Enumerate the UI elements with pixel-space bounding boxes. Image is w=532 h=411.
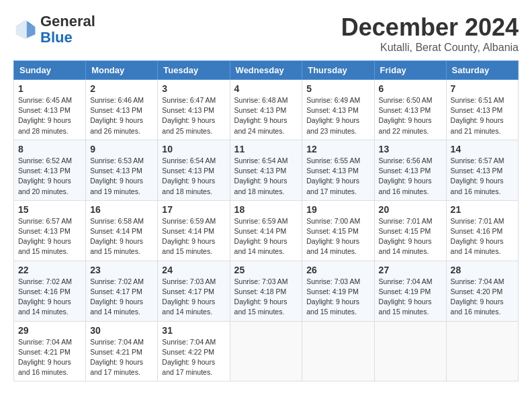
day-info: Sunrise: 7:04 AM Sunset: 4:19 PM Dayligh… bbox=[379, 277, 442, 318]
page-header: General Blue December 2024 Kutalli, Bera… bbox=[13, 13, 519, 54]
day-number: 18 bbox=[234, 204, 298, 215]
day-info: Sunrise: 6:54 AM Sunset: 4:13 PM Dayligh… bbox=[234, 156, 298, 197]
sunrise-label: Sunrise: 6:52 AM bbox=[18, 156, 72, 165]
daylight-label: Daylight: 9 hours and 20 minutes. bbox=[18, 177, 71, 195]
calendar-cell: 15 Sunrise: 6:57 AM Sunset: 4:13 PM Dayl… bbox=[14, 200, 86, 261]
calendar-cell: 17 Sunrise: 6:59 AM Sunset: 4:14 PM Dayl… bbox=[158, 200, 230, 261]
day-number: 22 bbox=[18, 265, 81, 275]
daylight-label: Daylight: 9 hours and 15 minutes. bbox=[234, 298, 287, 316]
day-number: 12 bbox=[306, 144, 369, 154]
logo: General Blue bbox=[13, 13, 95, 46]
sunset-label: Sunset: 4:13 PM bbox=[234, 106, 287, 114]
calendar-cell bbox=[446, 321, 518, 381]
logo-general-text: General bbox=[40, 13, 95, 30]
day-number: 15 bbox=[18, 204, 81, 215]
sunrise-label: Sunrise: 7:01 AM bbox=[379, 217, 433, 225]
calendar-cell: 21 Sunrise: 7:01 AM Sunset: 4:16 PM Dayl… bbox=[446, 200, 518, 261]
daylight-label: Daylight: 9 hours and 14 minutes. bbox=[234, 237, 287, 255]
sunset-label: Sunset: 4:13 PM bbox=[451, 106, 503, 114]
day-info: Sunrise: 6:56 AM Sunset: 4:13 PM Dayligh… bbox=[379, 156, 442, 197]
daylight-label: Daylight: 9 hours and 17 minutes. bbox=[162, 358, 215, 376]
sunset-label: Sunset: 4:13 PM bbox=[162, 106, 214, 114]
daylight-label: Daylight: 9 hours and 23 minutes. bbox=[306, 116, 359, 134]
day-number: 13 bbox=[379, 144, 442, 154]
calendar-week-5: 29 Sunrise: 7:04 AM Sunset: 4:21 PM Dayl… bbox=[14, 321, 519, 381]
sunrise-label: Sunrise: 7:04 AM bbox=[18, 338, 72, 346]
day-info: Sunrise: 6:58 AM Sunset: 4:14 PM Dayligh… bbox=[90, 216, 153, 257]
sunset-label: Sunset: 4:16 PM bbox=[18, 287, 71, 295]
sunrise-label: Sunrise: 6:57 AM bbox=[451, 156, 504, 165]
sunrise-label: Sunrise: 6:55 AM bbox=[306, 156, 360, 165]
day-number: 9 bbox=[90, 144, 153, 154]
calendar-cell: 22 Sunrise: 7:02 AM Sunset: 4:16 PM Dayl… bbox=[14, 261, 86, 321]
day-number: 16 bbox=[90, 204, 153, 215]
sunrise-label: Sunrise: 7:00 AM bbox=[306, 217, 360, 225]
daylight-label: Daylight: 9 hours and 15 minutes. bbox=[90, 237, 143, 255]
sunrise-label: Sunrise: 6:59 AM bbox=[162, 217, 216, 225]
day-info: Sunrise: 6:59 AM Sunset: 4:14 PM Dayligh… bbox=[162, 216, 225, 257]
sunset-label: Sunset: 4:17 PM bbox=[162, 287, 214, 295]
day-info: Sunrise: 7:03 AM Sunset: 4:18 PM Dayligh… bbox=[234, 277, 298, 318]
sunrise-label: Sunrise: 7:02 AM bbox=[18, 277, 72, 285]
sunset-label: Sunset: 4:13 PM bbox=[234, 167, 287, 175]
calendar-cell: 30 Sunrise: 7:04 AM Sunset: 4:21 PM Dayl… bbox=[86, 321, 158, 381]
daylight-label: Daylight: 9 hours and 14 minutes. bbox=[451, 237, 504, 255]
day-info: Sunrise: 6:52 AM Sunset: 4:13 PM Dayligh… bbox=[18, 156, 81, 197]
sunrise-label: Sunrise: 6:56 AM bbox=[379, 156, 433, 165]
calendar-cell: 11 Sunrise: 6:54 AM Sunset: 4:13 PM Dayl… bbox=[230, 140, 302, 200]
day-info: Sunrise: 7:00 AM Sunset: 4:15 PM Dayligh… bbox=[306, 216, 369, 257]
sunset-label: Sunset: 4:13 PM bbox=[379, 106, 431, 114]
title-block: December 2024 Kutalli, Berat County, Alb… bbox=[341, 13, 519, 54]
daylight-label: Daylight: 9 hours and 15 minutes. bbox=[379, 298, 432, 316]
calendar-week-4: 22 Sunrise: 7:02 AM Sunset: 4:16 PM Dayl… bbox=[14, 261, 519, 321]
sunrise-label: Sunrise: 6:53 AM bbox=[90, 156, 144, 165]
daylight-label: Daylight: 9 hours and 26 minutes. bbox=[90, 116, 143, 134]
day-info: Sunrise: 7:02 AM Sunset: 4:17 PM Dayligh… bbox=[90, 277, 153, 318]
sunset-label: Sunset: 4:19 PM bbox=[306, 287, 359, 295]
calendar-cell: 6 Sunrise: 6:50 AM Sunset: 4:13 PM Dayli… bbox=[374, 80, 446, 140]
day-number: 11 bbox=[234, 144, 298, 154]
day-number: 10 bbox=[162, 144, 225, 154]
day-number: 14 bbox=[451, 144, 514, 154]
sunset-label: Sunset: 4:21 PM bbox=[18, 348, 71, 356]
daylight-label: Daylight: 9 hours and 16 minutes. bbox=[451, 177, 504, 195]
sunrise-label: Sunrise: 6:59 AM bbox=[234, 217, 288, 225]
sunset-label: Sunset: 4:13 PM bbox=[379, 167, 431, 175]
sunrise-label: Sunrise: 6:58 AM bbox=[90, 217, 144, 225]
sunset-label: Sunset: 4:14 PM bbox=[234, 227, 287, 235]
calendar-cell bbox=[302, 321, 374, 381]
sunrise-label: Sunrise: 7:02 AM bbox=[90, 277, 144, 285]
daylight-label: Daylight: 9 hours and 14 minutes. bbox=[379, 237, 432, 255]
daylight-label: Daylight: 9 hours and 18 minutes. bbox=[162, 177, 215, 195]
calendar-week-1: 1 Sunrise: 6:45 AM Sunset: 4:13 PM Dayli… bbox=[14, 80, 519, 140]
calendar-cell: 24 Sunrise: 7:03 AM Sunset: 4:17 PM Dayl… bbox=[158, 261, 230, 321]
day-number: 6 bbox=[379, 83, 442, 94]
calendar-cell: 8 Sunrise: 6:52 AM Sunset: 4:13 PM Dayli… bbox=[14, 140, 86, 200]
sunset-label: Sunset: 4:13 PM bbox=[18, 167, 71, 175]
calendar-cell: 7 Sunrise: 6:51 AM Sunset: 4:13 PM Dayli… bbox=[446, 80, 518, 140]
daylight-label: Daylight: 9 hours and 14 minutes. bbox=[18, 298, 71, 316]
sunset-label: Sunset: 4:15 PM bbox=[379, 227, 431, 235]
day-number: 8 bbox=[18, 144, 81, 154]
day-info: Sunrise: 6:54 AM Sunset: 4:13 PM Dayligh… bbox=[162, 156, 225, 197]
calendar-cell: 1 Sunrise: 6:45 AM Sunset: 4:13 PM Dayli… bbox=[14, 80, 86, 140]
calendar-cell: 2 Sunrise: 6:46 AM Sunset: 4:13 PM Dayli… bbox=[86, 80, 158, 140]
day-info: Sunrise: 6:55 AM Sunset: 4:13 PM Dayligh… bbox=[306, 156, 369, 197]
sunset-label: Sunset: 4:20 PM bbox=[451, 287, 503, 295]
sunset-label: Sunset: 4:21 PM bbox=[90, 348, 142, 356]
day-number: 27 bbox=[379, 265, 442, 275]
day-info: Sunrise: 7:04 AM Sunset: 4:21 PM Dayligh… bbox=[18, 337, 81, 378]
day-number: 17 bbox=[162, 204, 225, 215]
day-info: Sunrise: 7:04 AM Sunset: 4:21 PM Dayligh… bbox=[90, 337, 153, 378]
day-info: Sunrise: 7:04 AM Sunset: 4:20 PM Dayligh… bbox=[451, 277, 514, 318]
day-number: 7 bbox=[451, 83, 514, 94]
day-number: 21 bbox=[451, 204, 514, 215]
calendar-cell: 28 Sunrise: 7:04 AM Sunset: 4:20 PM Dayl… bbox=[446, 261, 518, 321]
calendar-cell: 14 Sunrise: 6:57 AM Sunset: 4:13 PM Dayl… bbox=[446, 140, 518, 200]
sunrise-label: Sunrise: 6:50 AM bbox=[379, 96, 433, 104]
sunset-label: Sunset: 4:14 PM bbox=[90, 227, 142, 235]
daylight-label: Daylight: 9 hours and 17 minutes. bbox=[90, 358, 143, 376]
daylight-label: Daylight: 9 hours and 14 minutes. bbox=[162, 298, 215, 316]
day-number: 1 bbox=[18, 83, 81, 94]
calendar-header-row: SundayMondayTuesdayWednesdayThursdayFrid… bbox=[14, 61, 519, 80]
